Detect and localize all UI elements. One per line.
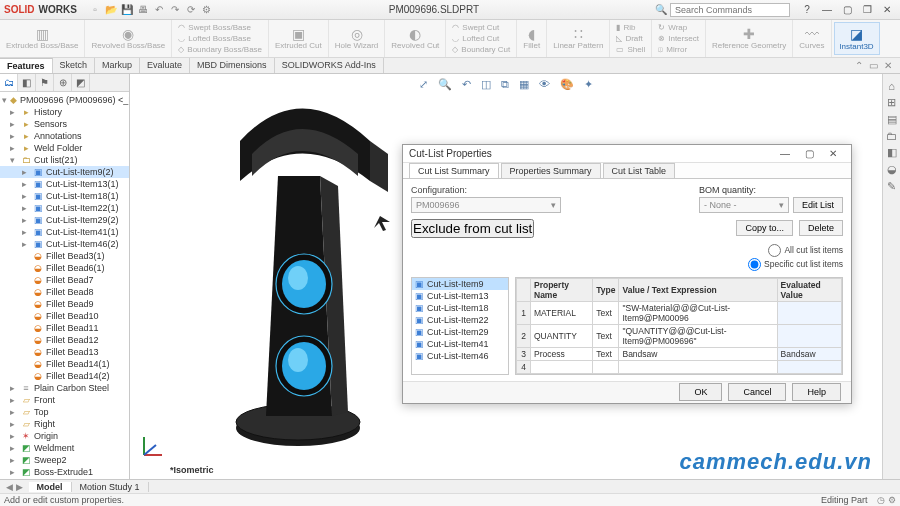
specific-cut-list-items-radio[interactable]: Specific cut list items <box>748 258 843 271</box>
undo-icon[interactable]: ↶ <box>153 4 165 16</box>
property-row[interactable]: 4 <box>517 360 842 373</box>
display-manager-tab[interactable]: ◩ <box>72 74 90 91</box>
help-icon[interactable]: ? <box>798 3 816 17</box>
cut-list-item-row[interactable]: ▣Cut-List-Item29 <box>412 326 508 338</box>
hide-show-icon[interactable]: 👁 <box>536 78 553 91</box>
tree-node[interactable]: ▾◆PM009696 (PM009696) <_P... <box>0 94 129 106</box>
properties-table[interactable]: Property NameTypeValue / Text Expression… <box>515 277 843 375</box>
property-row[interactable]: 1MATERIALText"SW-Material@@@Cut-List-Ite… <box>517 301 842 324</box>
feature-tree-tab[interactable]: 🗂 <box>0 74 18 91</box>
tree-node[interactable]: ◒Fillet Bead14(1) <box>0 358 129 370</box>
tree-node[interactable]: ◒Fillet Bead10 <box>0 310 129 322</box>
resources-icon[interactable]: ⊞ <box>887 96 896 109</box>
extruded-cut-button[interactable]: ▣Extruded Cut <box>269 20 329 57</box>
redo-icon[interactable]: ↷ <box>169 4 181 16</box>
home-icon[interactable]: ⌂ <box>888 80 895 92</box>
reference-geometry-button[interactable]: ✚Reference Geometry <box>706 20 793 57</box>
dimxpert-tab[interactable]: ⊕ <box>54 74 72 91</box>
property-row[interactable]: 3ProcessTextBandsawBandsaw <box>517 347 842 360</box>
tree-node[interactable]: ▸▸Annotations <box>0 130 129 142</box>
cut-list-item-row[interactable]: ▣Cut-List-Item22 <box>412 314 508 326</box>
close-button[interactable]: ✕ <box>878 3 896 17</box>
feature-flyout-2[interactable]: ↻Wrap ⊗Intersect ⎅Mirror <box>652 20 706 57</box>
dialog-close-button[interactable]: ✕ <box>821 148 845 159</box>
bom-quantity-select[interactable]: - None -▾ <box>699 197 789 213</box>
custom-props-icon[interactable]: ✎ <box>887 180 896 193</box>
orientation-triad[interactable] <box>138 431 168 461</box>
tree-node[interactable]: ▸▣Cut-List-Item22(1) <box>0 202 129 214</box>
tree-node[interactable]: ◒Fillet Bead11 <box>0 322 129 334</box>
dialog-tab-properties-summary[interactable]: Properties Summary <box>501 163 601 178</box>
tree-node[interactable]: ▸▱Front <box>0 394 129 406</box>
command-tab-solidworks-add-ins[interactable]: SOLIDWORKS Add-Ins <box>275 58 384 73</box>
cut-list-item-row[interactable]: ▣Cut-List-Item18 <box>412 302 508 314</box>
command-tab-markup[interactable]: Markup <box>95 58 140 73</box>
tree-node[interactable]: ▸▣Cut-List-Item13(1) <box>0 178 129 190</box>
design-library-icon[interactable]: ▤ <box>887 113 897 126</box>
tree-node[interactable]: ▸▣Cut-List-Item41(1) <box>0 226 129 238</box>
new-icon[interactable]: ▫ <box>89 4 101 16</box>
tree-node[interactable]: ◒Fillet Bead9 <box>0 298 129 310</box>
tree-node[interactable]: ◒Fillet Bead6(1) <box>0 262 129 274</box>
extruded-boss-button[interactable]: ▥Extruded Boss/Base <box>0 20 85 57</box>
search-commands-input[interactable] <box>670 3 790 17</box>
all-cut-list-items-radio[interactable]: All cut list items <box>768 244 843 257</box>
appearances-icon[interactable]: ◒ <box>887 163 897 176</box>
tree-node[interactable]: ▸◩Cut-Extrude2 <box>0 478 129 479</box>
tree-node[interactable]: ▸▱Top <box>0 406 129 418</box>
maximize-button[interactable]: ❐ <box>858 3 876 17</box>
instant3d-button[interactable]: ◪Instant3D <box>834 22 880 55</box>
tree-node[interactable]: ▸▣Cut-List-Item46(2) <box>0 238 129 250</box>
cut-list-item-row[interactable]: ▣Cut-List-Item46 <box>412 350 508 362</box>
dialog-maximize-button[interactable]: ▢ <box>797 148 821 159</box>
exclude-from-cut-list-button[interactable]: Exclude from cut list <box>411 219 534 238</box>
command-tab-evaluate[interactable]: Evaluate <box>140 58 190 73</box>
configuration-select[interactable]: PM009696▾ <box>411 197 561 213</box>
tree-node[interactable]: ▸▱Right <box>0 418 129 430</box>
cut-list-item-row[interactable]: ▣Cut-List-Item41 <box>412 338 508 350</box>
fillet-button[interactable]: ◖Fillet <box>517 20 547 57</box>
tree-node[interactable]: ▸▣Cut-List-Item9(2) <box>0 166 129 178</box>
options-icon[interactable]: ⚙ <box>201 4 213 16</box>
window-layout-icon[interactable]: ▭ <box>869 60 878 71</box>
property-manager-tab[interactable]: ◧ <box>18 74 36 91</box>
dialog-tab-cut-list-table[interactable]: Cut List Table <box>603 163 675 178</box>
tree-node[interactable]: ▸▸Weld Folder <box>0 142 129 154</box>
open-icon[interactable]: 📂 <box>105 4 117 16</box>
boss-flyout[interactable]: ◠Swept Boss/Base ◡Lofted Boss/Base ◇Boun… <box>172 20 269 57</box>
tree-node[interactable]: ◒Fillet Bead13 <box>0 346 129 358</box>
dialog-tab-cut-list-summary[interactable]: Cut List Summary <box>409 163 499 178</box>
tree-node[interactable]: ▸◩Weldment <box>0 442 129 454</box>
tree-node[interactable]: ▸▸Sensors <box>0 118 129 130</box>
copy-to-button[interactable]: Copy to... <box>736 220 793 236</box>
display-style-icon[interactable]: ▦ <box>516 78 532 91</box>
revolved-cut-button[interactable]: ◐Revolved Cut <box>385 20 446 57</box>
property-row[interactable]: 2QUANTITYText"QUANTITY@@@Cut-List-Item9@… <box>517 324 842 347</box>
dialog-minimize-button[interactable]: — <box>773 148 797 159</box>
help-button[interactable]: Help <box>792 383 841 401</box>
graphics-viewport[interactable]: ⤢ 🔍 ↶ ◫ ⧉ ▦ 👁 🎨 ✦ <box>130 74 882 479</box>
tree-node[interactable]: ▸▸History <box>0 106 129 118</box>
view-palette-icon[interactable]: ◧ <box>887 146 897 159</box>
restore-button[interactable]: ▢ <box>838 3 856 17</box>
file-explorer-icon[interactable]: 🗀 <box>886 130 897 142</box>
tree-node[interactable]: ◒Fillet Bead8 <box>0 286 129 298</box>
ok-button[interactable]: OK <box>679 383 722 401</box>
rebuild-icon[interactable]: ⟳ <box>185 4 197 16</box>
bottom-tab-motion-study-1[interactable]: Motion Study 1 <box>72 482 149 492</box>
expand-ribbon-icon[interactable]: ⌃ <box>855 60 863 71</box>
tree-node[interactable]: ▸✶Origin <box>0 430 129 442</box>
cancel-button[interactable]: Cancel <box>728 383 786 401</box>
section-view-icon[interactable]: ◫ <box>478 78 494 91</box>
linear-pattern-button[interactable]: ∷Linear Pattern <box>547 20 610 57</box>
close-doc-icon[interactable]: ✕ <box>884 60 892 71</box>
tree-node[interactable]: ▸▣Cut-List-Item29(2) <box>0 214 129 226</box>
edit-list-button[interactable]: Edit List <box>793 197 843 213</box>
command-tab-features[interactable]: Features <box>0 58 53 73</box>
scene-icon[interactable]: ✦ <box>581 78 596 91</box>
configuration-manager-tab[interactable]: ⚑ <box>36 74 54 91</box>
appearance-icon[interactable]: 🎨 <box>557 78 577 91</box>
save-icon[interactable]: 💾 <box>121 4 133 16</box>
print-icon[interactable]: 🖶 <box>137 4 149 16</box>
tree-node[interactable]: ◒Fillet Bead12 <box>0 334 129 346</box>
